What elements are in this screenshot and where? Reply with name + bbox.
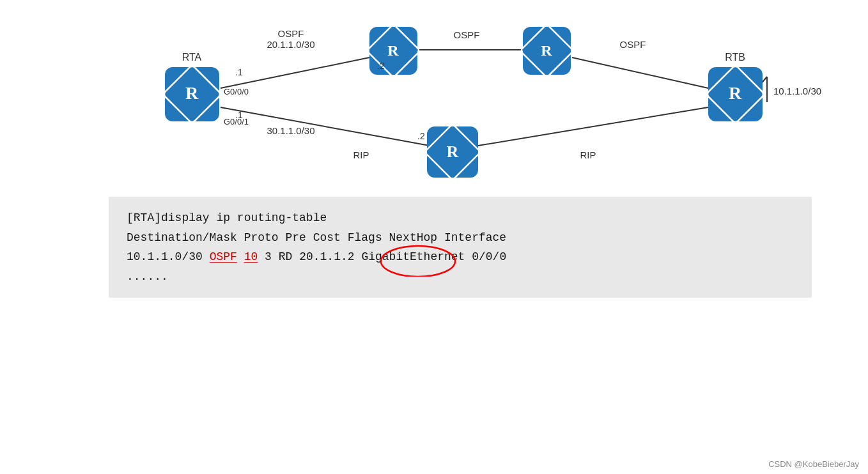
svg-text:R: R xyxy=(729,83,742,103)
watermark: CSDN @KobeBieberJay xyxy=(768,459,859,469)
pre-highlight: 10 xyxy=(244,247,258,267)
svg-text:R: R xyxy=(447,142,459,161)
svg-text:10.1.1.0/30: 10.1.1.0/30 xyxy=(773,86,821,96)
svg-text:.2: .2 xyxy=(417,131,425,141)
svg-text:OSPF: OSPF xyxy=(454,29,480,40)
svg-text:.2: .2 xyxy=(377,61,385,71)
svg-line-3 xyxy=(221,107,430,146)
svg-text:.1: .1 xyxy=(235,67,243,77)
svg-text:R: R xyxy=(387,42,399,59)
svg-text:20.1.1.0/30: 20.1.1.0/30 xyxy=(267,39,314,50)
proto-highlight: OSPF xyxy=(210,247,237,267)
svg-text:G0/0/0: G0/0/0 xyxy=(224,87,249,96)
svg-text:RTB: RTB xyxy=(725,52,745,63)
terminal-line-3: 10.1.1.0/30 OSPF 10 3 RD 20.1.1.2 Gigabi… xyxy=(127,247,794,267)
svg-text:OSPF: OSPF xyxy=(620,39,646,50)
svg-text:R: R xyxy=(541,42,552,59)
terminal-line-2: Destination/Mask Proto Pre Cost Flags Ne… xyxy=(127,228,794,248)
svg-text:R: R xyxy=(185,83,199,103)
svg-text:RIP: RIP xyxy=(353,149,369,160)
svg-text:.1: .1 xyxy=(235,110,243,120)
svg-text:RTA: RTA xyxy=(182,52,202,63)
terminal-line-4: ...... xyxy=(127,267,794,287)
svg-text:30.1.1.0/30: 30.1.1.0/30 xyxy=(267,125,314,136)
svg-line-2 xyxy=(572,57,708,88)
svg-text:OSPF: OSPF xyxy=(278,28,304,39)
network-diagram: R R R R R RTA RTB OSPF 20.1.1.0/30 OSPF … xyxy=(0,0,868,192)
svg-text:RIP: RIP xyxy=(580,149,596,160)
svg-line-4 xyxy=(478,107,708,146)
terminal-block: [RTA]display ip routing-table Destinatio… xyxy=(109,197,812,298)
svg-line-0 xyxy=(221,57,369,88)
terminal-line-1: [RTA]display ip routing-table xyxy=(127,208,794,228)
